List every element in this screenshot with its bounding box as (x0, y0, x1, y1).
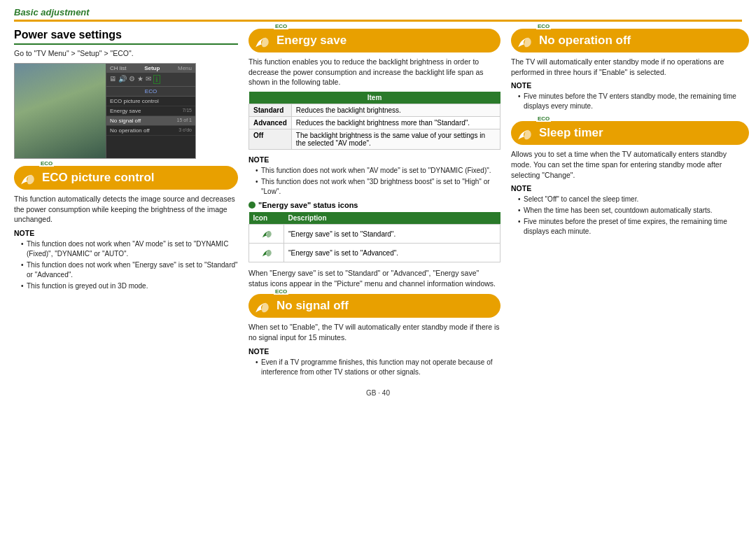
status-col-desc: Description (284, 212, 500, 225)
page-number: GB · 40 (366, 389, 390, 397)
eco-picture-note: NOTE This function does not work when "A… (14, 229, 238, 291)
go-to-text: Go to "TV Menu" > "Setup" > "ECO". (14, 49, 238, 57)
note-item: Select "Off" to cancel the sleep timer. (518, 195, 749, 204)
status-row: "Energy save" is set to "Advanced". (249, 244, 500, 262)
tv-icon-5: ✉ (146, 75, 151, 84)
tv-eco-label: ECO (106, 87, 195, 97)
page-footer: GB · 40 (14, 389, 742, 397)
status-icons-title: "Energy save" status icons (248, 201, 500, 209)
table-cell-item: Advanced (249, 117, 292, 129)
eco-picture-banner: ECO ECO picture control (14, 166, 238, 190)
sleep-timer-note-list: Select "Off" to cancel the sleep timer. … (511, 195, 749, 237)
energy-save-banner: ECO Energy save (248, 29, 500, 52)
sleep-timer-note: NOTE Select "Off" to cancel the sleep ti… (511, 184, 749, 237)
eco-badge-picture: ECO (39, 160, 54, 167)
tv-icon-3: ⚙ (129, 75, 135, 84)
energy-save-note: NOTE This function does not work when "A… (248, 155, 500, 197)
status-desc-2: "Energy save" is set to "Advanced". (284, 244, 500, 262)
power-save-title: Power save settings (14, 29, 238, 45)
leaf-icon-signal (253, 297, 271, 315)
tv-menu-screenshot: CH list Setup Menu 🖥 🔊 ⚙ ★ ✉ ℹ ECO (14, 63, 196, 159)
table-cell-item: Off (249, 129, 292, 150)
leaf-icon-picture (18, 169, 36, 187)
leaf-icon-energy (253, 31, 271, 50)
eco-picture-note-list: This function does not work when "AV mod… (14, 239, 238, 291)
status-icons-table: Icon Description "Energy save" is set to… (248, 212, 500, 262)
energy-save-table: Item Standard Reduces the backlight brig… (248, 92, 500, 150)
table-cell-item: Standard (249, 104, 292, 117)
energy-status-body: When "Energy save" is set to "Standard" … (248, 268, 500, 288)
status-row: "Energy save" is set to "Standard". (249, 225, 500, 244)
table-cell-desc: Reduces the backlight brightness more th… (291, 117, 500, 129)
table-row: Standard Reduces the backlight brightnes… (249, 104, 500, 117)
note-item: This function is greyed out in 3D mode. (21, 281, 238, 291)
no-operation-banner: ECO No operation off (511, 29, 749, 52)
status-icon-cell-2 (249, 244, 284, 262)
status-icon-cell (249, 225, 284, 244)
tv-icon-2: 🔊 (118, 75, 127, 84)
eco-badge-sleep: ECO (536, 115, 551, 122)
no-operation-body: The TV will automatically enter standby … (511, 57, 749, 77)
table-row: Off The backlight brightness is the same… (249, 129, 500, 150)
col-mid: ECO Energy save This function enables yo… (248, 29, 500, 379)
leaf-icon-sleep (515, 124, 533, 142)
no-signal-title: No signal off (276, 299, 349, 313)
col-right: ECO No operation off The TV will automat… (511, 29, 749, 238)
no-signal-banner: ECO No signal off (248, 294, 500, 318)
tv-item-energy-save: Energy save7/15 (106, 106, 195, 116)
status-desc: "Energy save" is set to "Standard". (284, 225, 500, 244)
energy-save-note-list: This function does not work when "AV mod… (248, 166, 500, 197)
tv-item-no-operation: No operation off3 o'do (106, 126, 195, 136)
status-leaf-icon-2 (260, 246, 273, 258)
sleep-timer-banner: ECO Sleep timer (511, 121, 749, 145)
status-col-icon: Icon (249, 212, 284, 225)
eco-picture-body: This function automatically detects the … (14, 194, 238, 225)
status-leaf-icon-1 (260, 227, 273, 239)
leaf-icon-operation (515, 31, 533, 50)
tv-icon-6: ℹ (153, 75, 160, 84)
tv-icon-1: 🖥 (109, 75, 116, 84)
note-item: This function does not work when "AV mod… (21, 239, 238, 259)
tv-icon-4: ★ (137, 75, 144, 84)
tv-item-no-signal: No signal off15 of 1 (106, 116, 195, 126)
no-signal-body: When set to "Enable", the TV will automa… (248, 322, 500, 342)
eco-badge-energy: ECO (274, 23, 288, 29)
table-header: Item (249, 92, 500, 104)
no-signal-note: NOTE Even if a TV programme finishes, th… (248, 347, 500, 377)
table-cell-desc: Reduces the backlight brightness. (291, 104, 500, 117)
sleep-timer-title: Sleep timer (539, 126, 603, 140)
col-left: Power save settings Go to "TV Menu" > "S… (14, 29, 238, 293)
section-header: Basic adjustment (14, 7, 742, 22)
no-operation-note-list: Five minutes before the TV enters standb… (511, 92, 749, 111)
tv-ch-list: CH list (110, 65, 127, 71)
eco-badge-signal: ECO (274, 288, 288, 295)
sleep-timer-body: Allows you to set a time when the TV aut… (511, 149, 749, 180)
note-item: This function does not work when "Energy… (21, 260, 238, 280)
note-item: Five minutes before the preset of time e… (518, 217, 749, 237)
no-operation-note: NOTE Five minutes before the TV enters s… (511, 81, 749, 111)
energy-save-body: This function enables you to reduce the … (248, 57, 500, 87)
energy-save-note-title: NOTE (248, 155, 500, 164)
no-operation-title: No operation off (539, 34, 631, 48)
no-signal-note-title: NOTE (248, 347, 500, 356)
tv-setup: Setup (144, 65, 160, 71)
sleep-timer-note-title: NOTE (511, 184, 749, 192)
no-signal-note-list: Even if a TV programme finishes, this fu… (248, 358, 500, 377)
tv-menu-label: Menu (178, 65, 192, 71)
note-item: This function does not work when "3D bri… (255, 177, 500, 197)
status-icons-label: "Energy save" status icons (258, 201, 358, 209)
note-item: Five minutes before the TV enters standb… (518, 92, 749, 111)
eco-badge-operation: ECO (536, 23, 551, 29)
eco-picture-title: ECO picture control (42, 171, 155, 185)
eco-picture-note-title: NOTE (14, 229, 238, 237)
note-item: When the time has been set, countdown au… (518, 206, 749, 216)
table-cell-desc: The backlight brightness is the same val… (291, 129, 500, 150)
note-item: This function does not work when "AV mod… (255, 166, 500, 176)
no-operation-note-title: NOTE (511, 81, 749, 90)
note-item: Even if a TV programme finishes, this fu… (255, 358, 500, 377)
bullet-icon (248, 202, 255, 209)
tv-item-eco-picture: ECO picture control (106, 97, 195, 106)
energy-save-title: Energy save (276, 34, 346, 48)
table-row: Advanced Reduces the backlight brightnes… (249, 117, 500, 129)
